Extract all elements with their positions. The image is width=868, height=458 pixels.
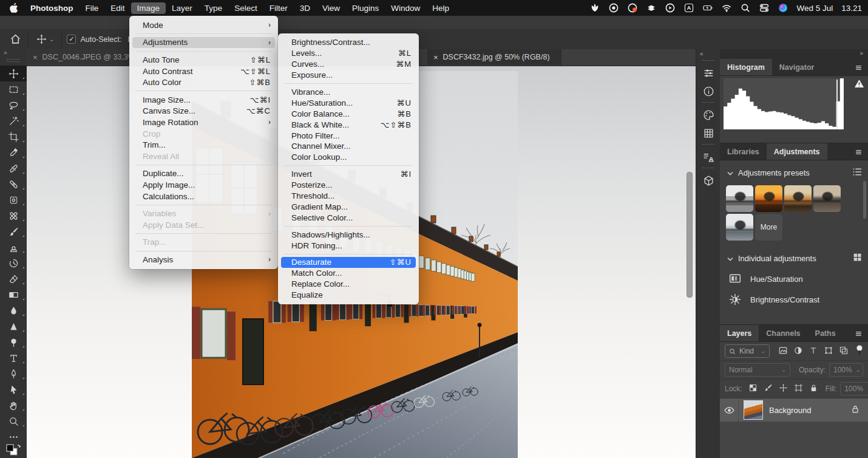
path-select-tool[interactable] — [0, 381, 27, 397]
menu-bar-item-view[interactable]: View — [316, 2, 346, 14]
menu-bar-item-file[interactable]: File — [80, 2, 105, 14]
clone-source-panel-button[interactable] — [696, 148, 721, 166]
battery-charging-icon[interactable] — [703, 3, 713, 13]
type-layer-filter-button[interactable] — [809, 346, 818, 357]
adjustment-preset-thumbnail-4[interactable] — [813, 185, 841, 212]
type-tool[interactable] — [0, 350, 27, 366]
a-box-icon[interactable]: A — [684, 3, 694, 13]
eyedropper-tool[interactable] — [0, 145, 27, 160]
grid-view-icon[interactable] — [853, 253, 862, 264]
lasso-tool[interactable] — [0, 97, 27, 113]
play-circle-icon[interactable] — [665, 3, 675, 13]
eraser-tool[interactable] — [0, 271, 27, 287]
healing-brush-tool[interactable] — [0, 176, 27, 192]
marquee-tool[interactable] — [0, 81, 27, 97]
menu-item-auto-contrast[interactable]: Auto Contrast⌥⇧⌘L — [132, 66, 275, 77]
auto-select-checkbox[interactable]: ✓ — [67, 35, 76, 44]
smart-object-filter-button[interactable] — [839, 346, 849, 357]
menu-bar-item-3d[interactable]: 3D — [294, 2, 316, 14]
dodge-tool[interactable] — [0, 334, 27, 350]
cube-3d-panel-button[interactable] — [696, 171, 721, 190]
menu-item-canvas-size[interactable]: Canvas Size...⌥⌘C — [132, 106, 275, 117]
menu-item-duplicate[interactable]: Duplicate... — [132, 168, 275, 180]
menu-item-trim[interactable]: Trim... — [132, 139, 275, 151]
close-tab-icon[interactable]: × — [433, 53, 438, 62]
menu-bar-item-plugins[interactable]: Plugins — [346, 2, 385, 14]
brush-tool[interactable] — [0, 224, 27, 239]
crop-tool[interactable] — [0, 129, 27, 145]
menu-bar-item-filter[interactable]: Filter — [263, 2, 294, 14]
lock-artboard-button[interactable] — [794, 383, 803, 394]
panel-menu-icon[interactable] — [854, 329, 863, 340]
collapse-panels-icon[interactable]: » — [860, 50, 863, 59]
zoom-tool[interactable] — [0, 413, 27, 429]
tool-preset-chevron-icon[interactable]: ⌄ — [49, 36, 54, 43]
record-icon[interactable] — [609, 3, 619, 13]
menu-item-levels[interactable]: Levels...⌘L — [281, 48, 416, 59]
menu-item-shadows-highlights[interactable]: Shadows/Highlights... — [281, 229, 416, 240]
menu-bar-item-photoshop[interactable]: Photoshop — [24, 2, 80, 14]
properties-panel-button[interactable] — [696, 64, 721, 82]
foreground-background-swatches[interactable] — [5, 443, 23, 458]
adjustments-tab-adjustments[interactable]: Adjustments — [767, 143, 827, 160]
menu-item-hue-saturation[interactable]: Hue/Saturation...⌘U — [281, 97, 416, 108]
blend-mode-dropdown[interactable]: Normal⌄ — [725, 363, 790, 377]
adjustment-preset-thumbnail-5[interactable] — [726, 214, 753, 241]
panel-menu-icon[interactable] — [854, 63, 863, 74]
search-icon[interactable] — [741, 3, 750, 13]
spot-healing-tool[interactable] — [0, 160, 27, 176]
shape-layer-filter-button[interactable] — [824, 346, 833, 357]
menu-item-mode[interactable]: Mode› — [132, 19, 275, 31]
menu-item-auto-color[interactable]: Auto Color⇧⌘B — [132, 77, 275, 88]
menu-item-black-white[interactable]: Black & White...⌥⇧⌘B — [281, 119, 416, 130]
menu-item-adjustments[interactable]: Adjustments› — [132, 37, 275, 49]
lock-transparency-button[interactable] — [748, 383, 758, 394]
menu-item-image-rotation[interactable]: Image Rotation› — [132, 117, 275, 128]
adjustment-preset-thumbnail-1[interactable] — [726, 185, 753, 212]
layers-tab-layers[interactable]: Layers — [720, 325, 759, 341]
menu-item-color-lookup[interactable]: Color Lookup... — [281, 152, 416, 163]
menu-item-replace-color[interactable]: Replace Color... — [281, 279, 416, 290]
toolbar-collapse-icon[interactable]: » — [0, 49, 27, 58]
adjustments-tab-libraries[interactable]: Libraries — [720, 143, 767, 160]
home-icon[interactable] — [7, 32, 23, 47]
move-tool-preset-icon[interactable] — [33, 32, 49, 47]
hand-tool[interactable] — [0, 397, 27, 413]
menu-item-analysis[interactable]: Analysis› — [132, 254, 275, 265]
info-panel-button[interactable] — [696, 82, 721, 100]
menu-item-posterize[interactable]: Posterize... — [281, 180, 416, 191]
apple-menu-icon[interactable] — [10, 3, 18, 13]
move-tool[interactable] — [0, 66, 27, 81]
menu-bar-clock[interactable]: 13.21 — [841, 4, 862, 13]
sharpen-tool[interactable] — [0, 318, 27, 334]
chevron-down-icon[interactable] — [727, 168, 733, 177]
menu-item-exposure[interactable]: Exposure... — [281, 70, 416, 81]
menu-item-color-balance[interactable]: Color Balance...⌘B — [281, 108, 416, 119]
menu-item-curves[interactable]: Curves...⌘M — [281, 59, 416, 70]
color-palette-panel-button[interactable] — [696, 106, 721, 124]
siri-icon[interactable] — [778, 3, 788, 13]
pixel-layer-filter-button[interactable] — [778, 346, 788, 357]
lock-all-button[interactable] — [809, 383, 818, 394]
document-tab-2[interactable]: ×DSCF3432.jpg @ 50% (RGB/8) — [427, 49, 561, 65]
layer-thumbnail[interactable] — [744, 400, 763, 420]
menu-item-image-size[interactable]: Image Size...⌥⌘I — [132, 94, 275, 106]
stack-icon[interactable] — [646, 3, 656, 13]
panel-menu-icon[interactable] — [854, 148, 863, 159]
close-tab-icon[interactable]: × — [33, 53, 38, 62]
canvas-vertical-scrollbar[interactable] — [687, 172, 693, 298]
remove-tool[interactable] — [0, 208, 27, 224]
layer-visibility-eye-icon[interactable] — [720, 398, 739, 422]
adjustment-preset-thumbnail-2[interactable] — [755, 185, 782, 212]
magic-wand-tool[interactable] — [0, 113, 27, 129]
menu-item-threshold[interactable]: Threshold... — [281, 191, 416, 202]
menu-item-selective-color[interactable]: Selective Color... — [281, 212, 416, 223]
adjustment-preset-thumbnail-3[interactable] — [784, 185, 812, 212]
control-center-icon[interactable] — [759, 3, 769, 13]
opacity-value[interactable]: 100%⌄ — [829, 363, 863, 377]
histogram-tab-histogram[interactable]: Histogram — [720, 59, 772, 75]
blur-tool[interactable] — [0, 302, 27, 318]
menu-item-match-color[interactable]: Match Color... — [281, 268, 416, 279]
menu-item-photo-filter[interactable]: Photo Filter... — [281, 130, 416, 141]
menu-item-auto-tone[interactable]: Auto Tone⇧⌘L — [132, 54, 275, 66]
